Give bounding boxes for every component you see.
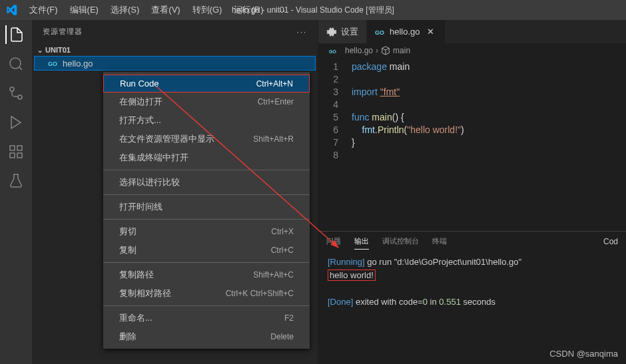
debug-icon[interactable]: [7, 113, 25, 132]
extensions-icon[interactable]: [7, 142, 25, 161]
line-number: 3: [318, 86, 352, 98]
panel-tab[interactable]: 终端: [432, 234, 447, 250]
file-item-hello-go[interactable]: GO hello.go: [34, 56, 316, 71]
output-running-label: [Running]: [328, 257, 365, 267]
svg-point-2: [18, 95, 22, 99]
menu-item-shortcut: F2: [284, 313, 294, 323]
menu-item[interactable]: 选择(S): [105, 1, 145, 19]
svg-text:GO: GO: [375, 29, 384, 36]
line-number: 5: [318, 111, 352, 124]
close-icon[interactable]: ✕: [424, 27, 437, 37]
line-number: 7: [318, 136, 352, 149]
menu-item-shortcut: Ctrl+K Ctrl+Shift+C: [226, 289, 294, 298]
svg-rect-6: [10, 153, 15, 158]
watermark: CSDN @sanqima: [549, 349, 618, 359]
menu-item-label: 打开方式...: [119, 114, 161, 126]
folder-header[interactable]: ⌄ UNIT01: [32, 45, 318, 55]
menu-item[interactable]: 编辑(E): [65, 1, 104, 19]
output-running-cmd: go run "d:\Ide\GoProject\unit01\hello.go…: [365, 257, 521, 267]
go-file-icon: GO: [48, 58, 59, 69]
context-menu: Run CodeCtrl+Alt+N在侧边打开Ctrl+Enter打开方式...…: [103, 72, 310, 349]
menu-item-label: 删除: [119, 331, 137, 343]
context-menu-item[interactable]: 打开时间线: [103, 198, 310, 216]
breadcrumb[interactable]: GO hello.go › main: [318, 43, 626, 58]
svg-point-0: [10, 58, 21, 69]
menu-item-label: 在集成终端中打开: [119, 152, 188, 164]
output-done-label: [Done]: [328, 297, 353, 307]
menu-separator: [103, 305, 310, 306]
sidebar-title: 资源管理器: [43, 27, 83, 37]
svg-marker-3: [11, 116, 21, 128]
sidebar-header: 资源管理器 ···: [32, 20, 318, 43]
panel-tabs: 问题输出调试控制台终端 Cod: [318, 232, 626, 252]
menu-item-label: 打开时间线: [119, 201, 162, 213]
tab-label: hello.go: [390, 27, 420, 37]
context-menu-item[interactable]: 在集成终端中打开: [103, 148, 310, 167]
editor-area: 设置 GO hello.go ✕ GO hello.go › main 1pac…: [318, 20, 626, 364]
menu-item-shortcut: Ctrl+C: [271, 246, 294, 255]
go-file-icon: GO: [329, 46, 338, 55]
code-editor[interactable]: 1package main23import "fmt"45func main()…: [318, 58, 626, 231]
panel-tab[interactable]: 调试控制台: [382, 234, 419, 250]
breadcrumb-file: hello.go: [345, 46, 373, 55]
menu-item-label: 复制路径: [119, 269, 154, 281]
menu-item-shortcut: Shift+Alt+R: [253, 134, 294, 144]
tab-hello-go[interactable]: GO hello.go ✕: [367, 20, 446, 43]
editor-tabs: 设置 GO hello.go ✕: [318, 20, 626, 43]
panel-tab[interactable]: 问题: [326, 234, 341, 250]
svg-rect-5: [17, 146, 22, 150]
menu-separator: [103, 194, 310, 195]
context-menu-item[interactable]: 重命名...F2: [103, 309, 310, 327]
package-icon: [381, 46, 390, 55]
code-line: 5func main() {: [318, 111, 626, 124]
menu-item-label: 在文件资源管理器中显示: [119, 133, 214, 145]
activitybar: [0, 20, 32, 364]
menu-item[interactable]: 转到(G): [187, 1, 228, 19]
line-content: package main: [352, 61, 410, 73]
menu-item-shortcut: Shift+Alt+C: [253, 270, 294, 279]
menu-item-label: 在侧边打开: [119, 96, 162, 108]
svg-rect-4: [10, 146, 15, 150]
testing-icon[interactable]: [7, 172, 25, 190]
context-menu-item[interactable]: 复制路径Shift+Alt+C: [103, 266, 310, 284]
context-menu-item[interactable]: 在文件资源管理器中显示Shift+Alt+R: [103, 130, 310, 148]
context-menu-item[interactable]: 删除Delete: [103, 327, 310, 346]
panel-code-button[interactable]: Cod: [603, 237, 618, 246]
menu-item-label: 剪切: [119, 226, 137, 238]
tab-label: 设置: [341, 26, 358, 38]
context-menu-item[interactable]: 打开方式...: [103, 111, 310, 130]
explorer-icon[interactable]: [5, 25, 25, 44]
context-menu-item[interactable]: 选择以进行比较: [103, 173, 310, 192]
context-menu-item[interactable]: Run CodeCtrl+Alt+N: [103, 75, 310, 92]
menu-item-label: 选择以进行比较: [119, 176, 180, 188]
breadcrumb-symbol: main: [393, 46, 410, 55]
context-menu-item[interactable]: 复制Ctrl+C: [103, 241, 310, 260]
code-line: 8: [318, 149, 626, 162]
sidebar-more[interactable]: ···: [297, 28, 307, 36]
menu-item-label: 复制: [119, 244, 137, 256]
menu-item[interactable]: 文件(F): [24, 1, 63, 19]
bottom-panel: 问题输出调试控制台终端 Cod [Running] go run "d:\Ide…: [318, 231, 626, 364]
tab-settings[interactable]: 设置: [318, 20, 367, 43]
menu-item-shortcut: Delete: [270, 332, 294, 341]
menu-item-shortcut: Ctrl+X: [271, 227, 294, 236]
output-result: hello world!: [328, 270, 376, 281]
gear-icon: [326, 27, 337, 37]
menu-item-shortcut: Ctrl+Alt+N: [256, 79, 293, 89]
context-menu-item[interactable]: 剪切Ctrl+X: [103, 222, 310, 241]
output-content[interactable]: [Running] go run "d:\Ide\GoProject\unit0…: [318, 252, 626, 364]
svg-text:GO: GO: [329, 49, 336, 54]
panel-tab[interactable]: 输出: [354, 234, 369, 250]
context-menu-item[interactable]: 在侧边打开Ctrl+Enter: [103, 92, 310, 111]
context-menu-item[interactable]: 复制相对路径Ctrl+K Ctrl+Shift+C: [103, 284, 310, 303]
menu-item-label: 重命名...: [119, 312, 153, 324]
code-line: 7}: [318, 136, 626, 149]
menu-item[interactable]: 查看(V): [146, 1, 185, 19]
go-file-icon: GO: [375, 27, 386, 37]
menu-item-shortcut: Ctrl+Enter: [258, 97, 294, 106]
scm-icon[interactable]: [7, 84, 25, 102]
line-content: fmt.Println("hello world!"): [352, 124, 464, 136]
search-activity-icon[interactable]: [7, 55, 25, 73]
breadcrumb-separator: ›: [376, 46, 378, 55]
titlebar: 文件(F)编辑(E)选择(S)查看(V)转到(G)运行(R) ··· hello…: [0, 0, 626, 20]
